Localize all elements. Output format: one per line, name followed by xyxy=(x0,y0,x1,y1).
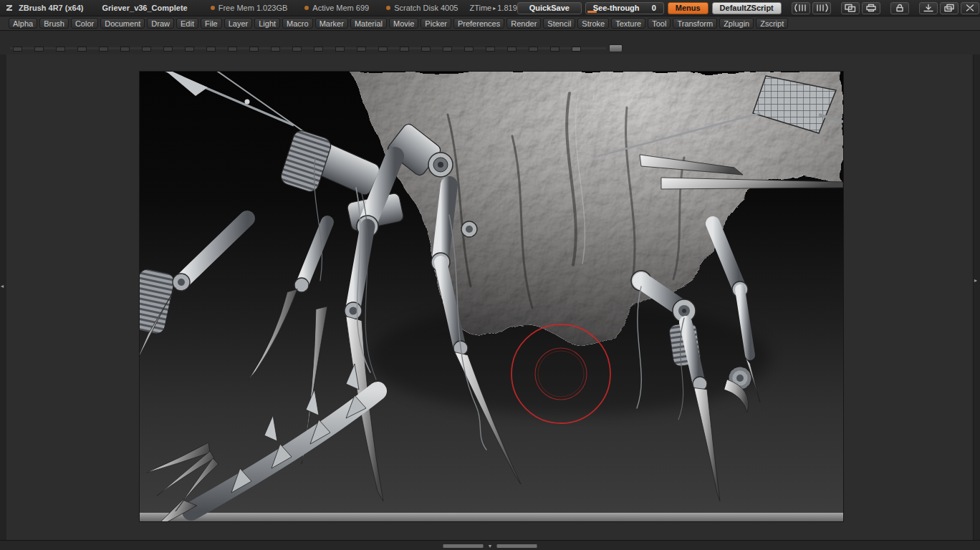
minimize-icon[interactable] xyxy=(919,2,938,14)
status-dot-icon xyxy=(386,6,390,10)
horizontal-scrollbar[interactable]: ▼ xyxy=(443,544,537,549)
shelf-slot[interactable] xyxy=(185,47,194,52)
see-through-label: See-through xyxy=(593,4,640,12)
app-title: ZBrush 4R7 (x64) xyxy=(19,4,83,12)
right-tray-toggle[interactable]: ▸ xyxy=(973,54,980,540)
menu-item[interactable]: Material xyxy=(350,18,387,29)
menu-item[interactable]: Stroke xyxy=(577,18,609,29)
shelf-slot[interactable] xyxy=(378,47,388,52)
shelf-slot[interactable] xyxy=(529,47,538,52)
shelf-slot[interactable] xyxy=(507,47,517,52)
creature-tail xyxy=(153,364,378,521)
top-shelf xyxy=(0,31,980,54)
shelf-slot[interactable] xyxy=(120,47,130,52)
menu-item[interactable]: Light xyxy=(254,18,280,29)
menu-item[interactable]: Stencil xyxy=(543,18,575,29)
memory-stat: Free Mem 1.023GB xyxy=(211,4,288,12)
scrollbar-left-segment[interactable] xyxy=(443,544,484,548)
shelf-slot[interactable] xyxy=(249,47,259,52)
shelf-slot[interactable] xyxy=(400,47,409,52)
shelf-slot[interactable] xyxy=(13,47,22,52)
shelf-slot[interactable] xyxy=(77,47,87,52)
close-icon[interactable] xyxy=(961,2,979,14)
menu-item[interactable]: Picker xyxy=(421,18,451,29)
menu-item[interactable]: Draw xyxy=(147,18,174,29)
shelf-slot[interactable] xyxy=(572,47,581,52)
status-dot-icon xyxy=(304,6,309,10)
menu-item[interactable]: Macro xyxy=(282,18,313,29)
shelf-slot[interactable] xyxy=(271,47,280,52)
ztime-label: ZTime xyxy=(469,4,491,12)
scrollbar-right-segment[interactable] xyxy=(496,544,537,548)
memory-stat-label: Active Mem 699 xyxy=(312,4,369,12)
lock-icon[interactable] xyxy=(890,2,909,14)
sculpt-render xyxy=(140,72,843,521)
memory-stat: Active Mem 699 xyxy=(304,4,369,12)
memory-stat-label: Free Mem 1.023GB xyxy=(218,4,288,12)
document-canvas[interactable] xyxy=(140,72,843,521)
ztime-value: 1.819 xyxy=(497,4,517,12)
right-tray-arrow-icon: ▸ xyxy=(974,278,977,284)
workspace: ◂ ▸ xyxy=(0,54,980,540)
shelf-slot[interactable] xyxy=(56,47,65,52)
shelf-slot[interactable] xyxy=(550,47,559,52)
left-tray-toggle-icon[interactable] xyxy=(792,2,810,14)
menus-button[interactable]: Menus xyxy=(668,2,708,14)
menu-item[interactable]: File xyxy=(201,18,222,29)
status-dot-icon xyxy=(211,6,215,10)
see-through-value: 0 xyxy=(652,4,656,12)
shelf-slot[interactable] xyxy=(421,47,431,52)
menu-item[interactable]: Alpha xyxy=(9,18,37,29)
menu-item[interactable]: Edit xyxy=(176,18,198,29)
shelf-slot[interactable] xyxy=(292,47,302,52)
menu-item[interactable]: Movie xyxy=(389,18,418,29)
menu-item[interactable]: Preferences xyxy=(453,18,504,29)
shelf-slot[interactable] xyxy=(335,47,345,52)
shelf-slot[interactable] xyxy=(464,47,474,52)
zbrush-window: ZBrush 4R7 (x64) Griever_v36_Complete Fr… xyxy=(0,0,980,550)
bottom-bar: ▼ xyxy=(0,540,980,550)
printer-icon[interactable] xyxy=(862,2,880,14)
left-tray-toggle[interactable]: ◂ xyxy=(0,54,6,540)
menu-item[interactable]: Render xyxy=(506,18,541,29)
zbrush-logo-icon xyxy=(4,3,14,13)
shelf-slot[interactable] xyxy=(142,47,151,52)
document-name: Griever_v36_Complete xyxy=(102,4,187,12)
memory-stat: Scratch Disk 4005 xyxy=(386,4,458,12)
shelf-slot[interactable] xyxy=(314,47,323,52)
antenna-rods xyxy=(158,72,315,140)
right-tray-toggle-icon[interactable] xyxy=(812,2,831,14)
shelf-slot[interactable] xyxy=(206,47,216,52)
titlebar-controls: QuickSave See-through 0 Menus DefaultZSc… xyxy=(517,2,979,14)
ztime-arrow-icon: ▸ xyxy=(493,5,496,11)
scrollbar-down-arrow-icon: ▼ xyxy=(488,544,493,549)
shelf-slider-handle[interactable] xyxy=(609,44,623,52)
shelf-slot[interactable] xyxy=(99,47,108,52)
shelf-slot[interactable] xyxy=(228,47,237,52)
shelf-slot[interactable] xyxy=(357,47,366,52)
menu-item[interactable]: Transform xyxy=(673,18,717,29)
memory-stats: Free Mem 1.023GB Active Mem 699 Scratch … xyxy=(211,4,458,12)
default-zscript-button[interactable]: DefaultZScript xyxy=(712,2,782,14)
menu-item[interactable]: Marker xyxy=(315,18,348,29)
shelf-slot[interactable] xyxy=(486,47,495,52)
ztime-indicator: ZTime ▸ 1.819 xyxy=(469,4,517,12)
restore-icon[interactable] xyxy=(940,2,959,14)
see-through-slider[interactable]: See-through 0 xyxy=(585,2,664,14)
memory-stat-label: Scratch Disk 4005 xyxy=(394,4,458,12)
menu-bar: Alpha Brush Color Document Draw Edit Fil… xyxy=(0,16,980,31)
copy-document-icon[interactable] xyxy=(841,2,860,14)
menu-item[interactable]: Tool xyxy=(648,18,671,29)
shelf-slot[interactable] xyxy=(34,47,44,52)
menu-item[interactable]: Texture xyxy=(611,18,645,29)
document-floor-strip xyxy=(140,513,843,521)
menu-item[interactable]: Zscript xyxy=(756,18,788,29)
menu-item[interactable]: Layer xyxy=(224,18,253,29)
menu-item[interactable]: Brush xyxy=(39,18,69,29)
shelf-slot[interactable] xyxy=(163,47,173,52)
menu-item[interactable]: Color xyxy=(71,18,98,29)
menu-item[interactable]: Zplugin xyxy=(719,18,754,29)
quicksave-button[interactable]: QuickSave xyxy=(517,2,582,14)
shelf-slot[interactable] xyxy=(443,47,452,52)
menu-item[interactable]: Document xyxy=(100,18,145,29)
